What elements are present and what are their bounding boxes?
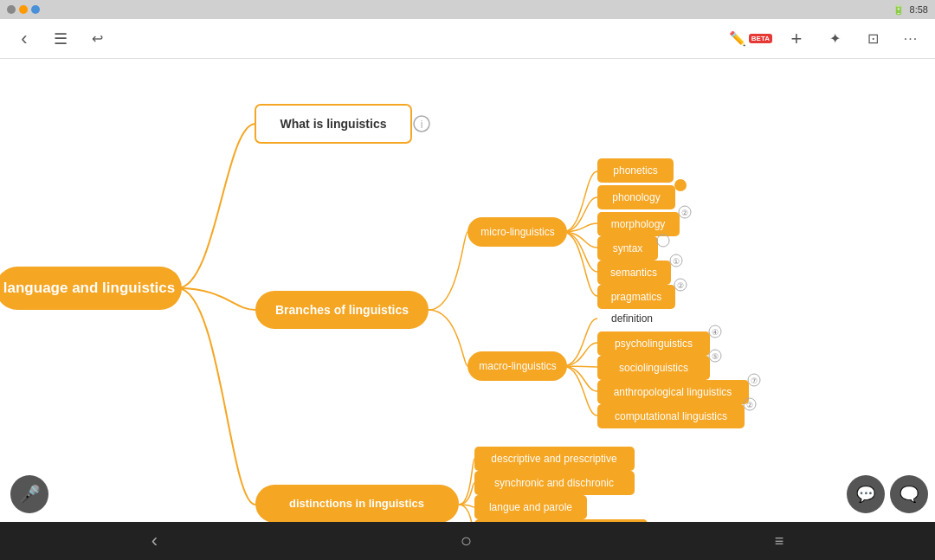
svg-text:②: ② (681, 209, 688, 217)
toolbar-right: ✏️ BETA + ✦ ⊡ ··· (729, 25, 925, 53)
phonetics-node[interactable]: phonetics (613, 164, 657, 177)
bookmark-icon: ⊡ (867, 30, 879, 47)
add-button[interactable]: + (783, 25, 810, 53)
nav-home-button[interactable]: ○ (461, 530, 472, 552)
chat-button-2[interactable]: 🗨️ (890, 475, 928, 513)
svg-text:④: ④ (712, 328, 719, 337)
status-time: 8:58 (910, 4, 928, 15)
mic-button[interactable]: 🎤 (10, 475, 48, 513)
root-node-label[interactable]: language and linguistics (3, 280, 175, 296)
langue-node[interactable]: langue and parole (489, 501, 572, 513)
svg-text:②: ② (746, 401, 753, 409)
svg-point-9 (674, 179, 687, 191)
pencil-tool[interactable]: ✏️ BETA (729, 30, 772, 47)
undo-button[interactable]: ↩ (83, 25, 111, 53)
chat-icon-2: 🗨️ (900, 485, 919, 504)
list-icon: ☰ (54, 29, 68, 48)
nav-bar: ‹ ○ ≡ (0, 522, 935, 560)
toolbar-left: ‹ ☰ ↩ (10, 25, 720, 53)
phonology-node[interactable]: phonology (612, 191, 660, 203)
semantics-node[interactable]: semantics (610, 267, 657, 279)
status-bar-right: 🔋 8:58 (893, 4, 928, 16)
psycholinguistics-node[interactable]: psycholinguistics (615, 338, 693, 350)
star-button[interactable]: ✦ (821, 25, 848, 53)
status-dot-1 (7, 5, 16, 14)
more-icon: ··· (904, 31, 918, 47)
synchronic-node[interactable]: synchronic and dischronic (494, 477, 614, 489)
svg-text:①: ① (673, 257, 680, 266)
morphology-node[interactable]: morphology (611, 218, 666, 230)
toolbar: ‹ ☰ ↩ ✏️ BETA + ✦ ⊡ ··· (0, 19, 935, 59)
svg-text:⑤: ⑤ (712, 352, 719, 361)
mic-icon: 🎤 (19, 484, 41, 505)
pencil-icon: ✏️ (729, 30, 746, 47)
pragmatics-node[interactable]: pragmatics (611, 291, 662, 303)
micro-node-label[interactable]: micro-linguistics (480, 226, 554, 238)
macro-node-label[interactable]: macro-linguistics (479, 360, 556, 372)
canvas: language and linguistics What is linguis… (0, 59, 935, 522)
svg-text:⑦: ⑦ (751, 377, 758, 385)
beta-badge: BETA (749, 34, 772, 43)
status-dot-2 (19, 5, 28, 14)
status-dot-3 (31, 5, 40, 14)
definition-node[interactable]: definition (611, 312, 653, 325)
status-bar: 🔋 8:58 (0, 0, 935, 19)
anthropological-node[interactable]: anthropological linguistics (614, 386, 732, 398)
syntax-node[interactable]: syntax (613, 242, 643, 254)
computational-node[interactable]: computational linguistics (615, 410, 727, 422)
descriptive-node[interactable]: descriptive and prescriptive (491, 453, 617, 465)
svg-text:②: ② (677, 281, 684, 290)
mindmap-svg: language and linguistics What is linguis… (0, 59, 935, 522)
back-icon: ‹ (21, 28, 27, 50)
more-button[interactable]: ··· (897, 25, 925, 53)
back-button[interactable]: ‹ (10, 25, 38, 53)
star-icon: ✦ (829, 30, 841, 47)
branches-node-label[interactable]: Branches of linguistics (275, 303, 409, 317)
bookmark-button[interactable]: ⊡ (859, 25, 887, 53)
nav-back-button[interactable]: ‹ (152, 530, 158, 552)
battery-icon: 🔋 (893, 4, 905, 16)
svg-point-14 (657, 235, 669, 247)
what-node-label[interactable]: What is linguistics (280, 117, 387, 131)
sociolinguistics-node[interactable]: sociolinguistics (619, 362, 688, 374)
distinctions-node-label[interactable]: distinctions in linguistics (289, 497, 424, 510)
svg-text:i: i (421, 119, 423, 131)
nav-menu-button[interactable]: ≡ (775, 532, 784, 550)
add-icon: + (791, 28, 803, 50)
status-bar-left (7, 5, 40, 14)
chat-button-1[interactable]: 💬 (847, 475, 885, 513)
list-button[interactable]: ☰ (47, 25, 74, 53)
chat-icon-1: 💬 (856, 485, 875, 504)
undo-icon: ↩ (92, 30, 103, 47)
